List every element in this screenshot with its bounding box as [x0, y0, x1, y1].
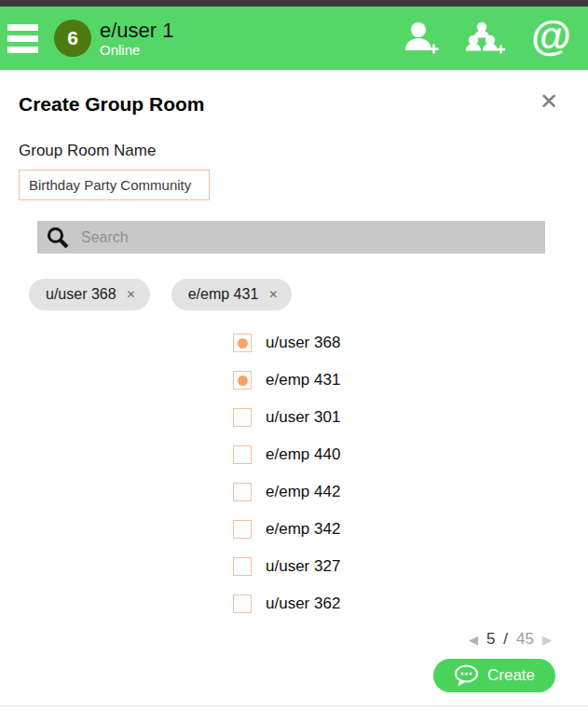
bottom-divider: [0, 705, 588, 706]
hamburger-menu-icon[interactable]: [7, 24, 38, 53]
create-button-label: Create: [487, 666, 535, 685]
member-checkbox[interactable]: [233, 371, 252, 390]
create-group-room-dialog: Create Group Room ✕ Group Room Name u/us…: [0, 93, 588, 692]
search-input[interactable]: [81, 221, 545, 253]
member-chip[interactable]: e/emp 431 ✕: [171, 279, 293, 310]
chip-label: u/user 368: [46, 286, 116, 303]
chip-label: e/emp 431: [188, 286, 259, 303]
room-name-input[interactable]: [19, 170, 210, 200]
page-next-icon[interactable]: ▶: [542, 633, 552, 647]
member-row[interactable]: u/user 368: [233, 324, 569, 362]
member-row[interactable]: u/user 362: [233, 585, 569, 622]
member-label: e/emp 442: [266, 483, 340, 501]
chat-bubble-icon: [454, 664, 480, 688]
pagination: ◀ 5 / 45 ▶: [19, 630, 552, 649]
room-name-label: Group Room Name: [19, 142, 569, 160]
member-checkbox[interactable]: [233, 595, 252, 613]
member-label: u/user 362: [266, 595, 340, 613]
member-list: u/user 368 e/emp 431 u/user 301 e/emp 44…: [233, 324, 569, 622]
unread-count-badge: 6: [54, 20, 91, 57]
member-chip[interactable]: u/user 368 ✕: [29, 279, 150, 310]
selected-member-chips: u/user 368 ✕ e/emp 431 ✕: [29, 279, 569, 310]
member-checkbox[interactable]: [233, 483, 252, 501]
member-checkbox[interactable]: [233, 557, 252, 576]
add-person-icon[interactable]: [403, 21, 442, 56]
member-checkbox[interactable]: [233, 334, 252, 352]
member-label: u/user 301: [266, 408, 340, 427]
member-checkbox[interactable]: [233, 520, 252, 539]
member-checkbox[interactable]: [233, 408, 252, 427]
search-icon: [46, 226, 70, 250]
member-label: u/user 368: [266, 334, 340, 352]
page-separator: /: [503, 630, 508, 649]
status-text: Online: [100, 42, 174, 58]
member-row[interactable]: u/user 301: [233, 399, 569, 436]
create-button[interactable]: Create: [433, 659, 555, 692]
add-group-icon[interactable]: [465, 21, 508, 56]
member-row[interactable]: e/emp 442: [233, 473, 569, 511]
chip-remove-icon[interactable]: ✕: [268, 288, 278, 301]
header-titles: e/user 1 Online: [100, 19, 174, 59]
create-row: Create: [19, 659, 555, 692]
page-current: 5: [486, 630, 495, 649]
member-label: u/user 327: [266, 557, 340, 576]
user-title: e/user 1: [100, 19, 174, 42]
dialog-title: Create Group Room: [19, 93, 205, 116]
member-checkbox[interactable]: [233, 445, 252, 464]
member-label: e/emp 440: [266, 445, 340, 464]
page-total: 45: [516, 630, 534, 649]
member-row[interactable]: e/emp 342: [233, 511, 569, 548]
header-actions: @: [403, 16, 571, 61]
search-bar[interactable]: [37, 221, 545, 253]
app-header: 6 e/user 1 Online @: [0, 7, 588, 70]
member-row[interactable]: e/emp 431: [233, 362, 569, 399]
member-label: e/emp 342: [266, 520, 340, 539]
close-icon[interactable]: ✕: [540, 90, 558, 113]
member-row[interactable]: e/emp 440: [233, 436, 569, 473]
member-row[interactable]: u/user 327: [233, 548, 569, 585]
window-top-strip: [0, 0, 588, 7]
chip-remove-icon[interactable]: ✕: [127, 288, 136, 301]
dialog-titlebar: Create Group Room ✕: [19, 93, 569, 116]
page-prev-icon[interactable]: ◀: [469, 633, 478, 647]
member-label: e/emp 431: [266, 371, 340, 390]
mention-icon[interactable]: @: [531, 16, 571, 61]
